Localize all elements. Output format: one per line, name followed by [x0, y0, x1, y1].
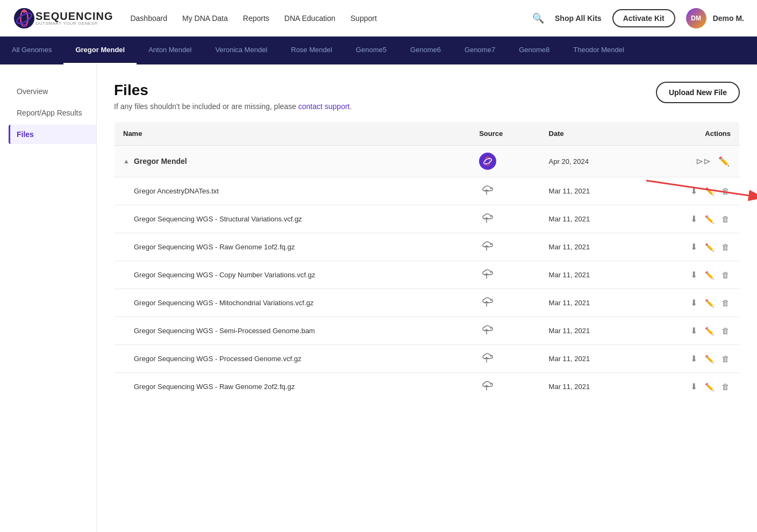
tab-genome6[interactable]: Genome6	[398, 37, 453, 64]
nav-right: 🔍 Shop All Kits Activate Kit DM Demo M.	[532, 8, 744, 28]
subtitle-period: .	[350, 102, 352, 111]
logo-text: SEQUENCING OUTSMART YOUR GENES®	[35, 11, 113, 26]
delete-icon[interactable]: 🗑	[720, 353, 731, 364]
file-actions: ⬇ ✏️ 🗑	[648, 185, 731, 197]
sidebar-item-files[interactable]: Files	[9, 125, 96, 144]
expand-arrow-icon[interactable]: ▲	[123, 157, 130, 165]
delete-icon[interactable]: 🗑	[720, 269, 731, 281]
tab-theodor-mendel[interactable]: Theodor Mendel	[561, 37, 636, 64]
group-actions: ⊳⊳ ✏️	[648, 155, 731, 168]
tab-gregor-mendel[interactable]: Gregor Mendel	[63, 37, 137, 64]
delete-icon[interactable]: 🗑	[720, 381, 731, 392]
nav-dna-education[interactable]: DNA Education	[284, 14, 335, 23]
sequencing-source-icon	[479, 153, 496, 170]
edit-icon[interactable]: ✏️	[704, 326, 715, 336]
edit-icon[interactable]: ✏️	[704, 214, 715, 225]
file-name-cell: Gregor Sequencing WGS - Processed Genome…	[115, 345, 471, 373]
file-actions-cell: ⬇ ✏️ 🗑	[639, 289, 739, 317]
sidebar-item-overview[interactable]: Overview	[9, 82, 96, 101]
file-actions-cell: ⬇ ✏️ 🗑	[639, 317, 739, 345]
nav-dashboard[interactable]: Dashboard	[130, 14, 167, 23]
user-area: DM Demo M.	[686, 8, 744, 28]
download-icon[interactable]: ⬇	[689, 325, 698, 337]
table-row: Gregor Sequencing WGS - Raw Genome 2of2.…	[115, 373, 740, 401]
edit-icon[interactable]: ✏️	[704, 382, 715, 392]
file-name-cell: Gregor Sequencing WGS - Raw Genome 2of2.…	[115, 373, 471, 401]
edit-icon[interactable]: ✏️	[704, 242, 715, 253]
edit-icon[interactable]: ✏️	[704, 298, 715, 308]
svg-point-3	[23, 9, 26, 12]
group-actions-cell: ⊳⊳ ✏️	[639, 146, 739, 177]
genome-tabs: All Genomes Gregor Mendel Anton Mendel V…	[0, 37, 757, 64]
table-row: ▲ Gregor Mendel	[115, 146, 740, 177]
tab-genome5[interactable]: Genome5	[344, 37, 398, 64]
download-icon[interactable]: ⬇	[689, 269, 698, 281]
tab-veronica-mendel[interactable]: Veronica Mendel	[203, 37, 279, 64]
col-actions: Actions	[639, 122, 739, 146]
table-row: Gregor Sequencing WGS - Semi-Processed G…	[115, 317, 740, 345]
delete-icon[interactable]: 🗑	[720, 241, 731, 253]
file-source-cell	[470, 373, 540, 401]
edit-icon[interactable]: ✏️	[717, 155, 731, 168]
file-source-cell	[470, 177, 540, 205]
file-name: Gregor Sequencing WGS - Raw Genome 2of2.…	[134, 383, 295, 391]
col-date: Date	[540, 122, 640, 146]
main-content: Files If any files shouldn't be included…	[97, 64, 757, 532]
delete-icon[interactable]: 🗑	[720, 185, 731, 197]
nav-my-dna-data[interactable]: My DNA Data	[182, 14, 228, 23]
page-title: Files	[114, 82, 352, 99]
search-button[interactable]: 🔍	[532, 12, 544, 24]
file-actions: ⬇ ✏️ 🗑	[648, 353, 731, 365]
file-date-cell: Mar 11, 2021	[540, 373, 640, 401]
table-body: ▲ Gregor Mendel	[115, 146, 740, 401]
cloud-source-icon	[479, 380, 494, 392]
contact-support-link[interactable]: contact support	[298, 102, 350, 111]
tab-anton-mendel[interactable]: Anton Mendel	[137, 37, 203, 64]
delete-icon[interactable]: 🗑	[720, 325, 731, 336]
top-nav: SEQUENCING OUTSMART YOUR GENES® Dashboar…	[0, 0, 757, 37]
upload-new-file-button[interactable]: Upload New File	[656, 82, 740, 103]
table-row: Gregor Sequencing WGS - Copy Number Vari…	[115, 261, 740, 289]
tab-genome8[interactable]: Genome8	[507, 37, 561, 64]
download-icon[interactable]: ⬇	[689, 380, 698, 393]
download-icon[interactable]: ⬇	[689, 241, 698, 253]
download-icon[interactable]: ⬇	[689, 213, 698, 225]
file-actions-cell: ⬇ ✏️ 🗑	[639, 261, 739, 289]
file-name: Gregor AncestryDNATes.txt	[134, 187, 219, 195]
file-name-cell: Gregor AncestryDNATes.txt	[115, 177, 471, 205]
shop-all-kits-link[interactable]: Shop All Kits	[555, 14, 602, 23]
table-row: Gregor Sequencing WGS - Structural Varia…	[115, 205, 740, 233]
nav-support[interactable]: Support	[351, 14, 377, 23]
file-name: Gregor Sequencing WGS - Structural Varia…	[134, 215, 302, 223]
tab-all-genomes[interactable]: All Genomes	[0, 37, 63, 64]
file-name: Gregor Sequencing WGS - Processed Genome…	[134, 355, 301, 363]
svg-point-4	[23, 24, 26, 27]
file-actions: ⬇ ✏️ 🗑	[648, 325, 731, 337]
file-date-cell: Mar 11, 2021	[540, 345, 640, 373]
file-actions-cell: ⬇ ✏️ 🗑	[639, 177, 739, 205]
delete-icon[interactable]: 🗑	[720, 297, 731, 308]
download-icon[interactable]: ⬇	[689, 185, 698, 197]
file-source-cell	[470, 289, 540, 317]
edit-icon[interactable]: ✏️	[704, 354, 715, 364]
tab-rose-mendel[interactable]: Rose Mendel	[279, 37, 344, 64]
edit-icon[interactable]: ✏️	[704, 186, 715, 197]
nav-reports[interactable]: Reports	[243, 14, 269, 23]
avatar: DM	[686, 8, 706, 28]
cloud-source-icon	[479, 212, 494, 224]
file-name: Gregor Sequencing WGS - Mitochondrial Va…	[134, 299, 313, 307]
file-name-cell: Gregor Sequencing WGS - Structural Varia…	[115, 205, 471, 233]
tab-genome7[interactable]: Genome7	[453, 37, 507, 64]
edit-icon[interactable]: ✏️	[704, 270, 715, 281]
sidebar-item-report-app-results[interactable]: Report/App Results	[9, 103, 96, 123]
file-actions: ⬇ ✏️ 🗑	[648, 241, 731, 253]
activate-kit-button[interactable]: Activate Kit	[612, 9, 675, 27]
download-icon[interactable]: ⬇	[689, 353, 698, 365]
file-source-cell	[470, 317, 540, 345]
download-icon[interactable]: ⊳⊳	[695, 155, 712, 168]
download-icon[interactable]: ⬇	[689, 297, 698, 309]
col-name: Name	[115, 122, 471, 146]
delete-icon[interactable]: 🗑	[720, 213, 731, 225]
cloud-source-icon	[479, 352, 494, 364]
file-name: Gregor Sequencing WGS - Copy Number Vari…	[134, 271, 315, 279]
